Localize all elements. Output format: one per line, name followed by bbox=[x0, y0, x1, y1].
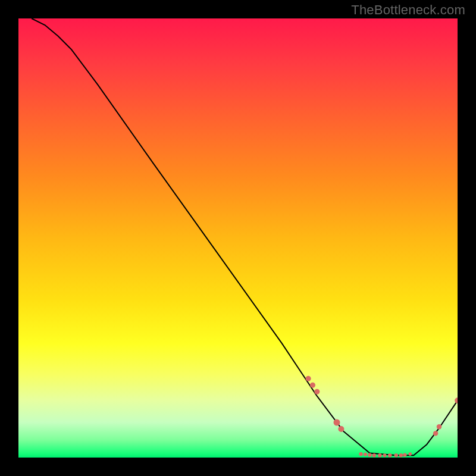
curve-markers bbox=[306, 376, 458, 458]
svg-point-3 bbox=[334, 419, 340, 426]
svg-point-0 bbox=[306, 376, 311, 381]
curve-line bbox=[32, 18, 458, 455]
svg-point-4 bbox=[338, 426, 344, 432]
svg-point-18 bbox=[455, 397, 458, 403]
svg-point-7 bbox=[368, 453, 371, 456]
svg-point-14 bbox=[403, 453, 406, 456]
svg-point-2 bbox=[314, 389, 320, 394]
svg-point-17 bbox=[437, 424, 441, 429]
svg-point-10 bbox=[383, 453, 387, 457]
svg-point-6 bbox=[364, 453, 367, 456]
svg-point-12 bbox=[394, 453, 398, 457]
svg-point-9 bbox=[378, 453, 381, 457]
svg-point-1 bbox=[310, 383, 315, 388]
svg-point-16 bbox=[433, 431, 438, 436]
svg-point-5 bbox=[359, 452, 362, 456]
watermark-text: TheBottleneck.com bbox=[351, 2, 465, 18]
chart-svg bbox=[18, 18, 458, 458]
plot-area bbox=[18, 18, 458, 458]
svg-point-13 bbox=[399, 453, 403, 457]
svg-point-8 bbox=[372, 453, 376, 457]
svg-point-15 bbox=[409, 452, 412, 456]
svg-point-11 bbox=[388, 453, 392, 457]
